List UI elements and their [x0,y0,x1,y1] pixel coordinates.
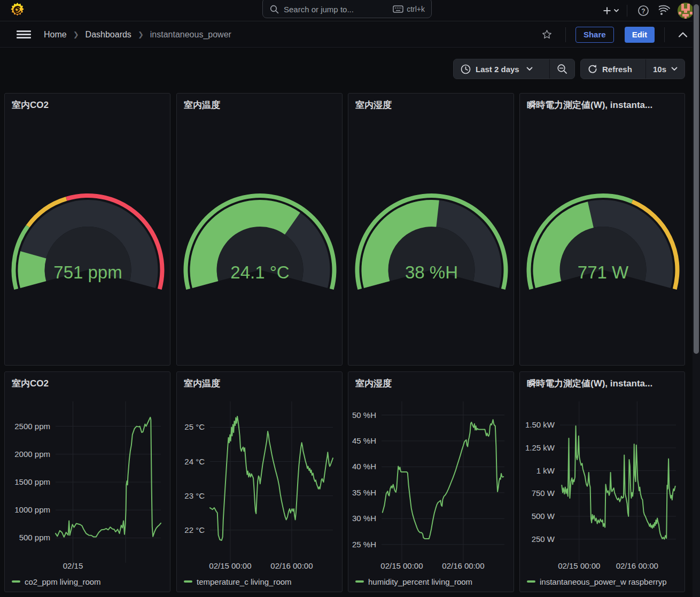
svg-text:1000 ppm: 1000 ppm [14,505,50,514]
gauge-power: 771 W [520,94,685,366]
refresh-interval-picker[interactable]: 10s [646,59,685,79]
legend-label: instantaneous_power_w raspberryp [540,577,667,586]
search-icon [270,5,279,14]
panel-title[interactable]: 室内温度 [184,377,337,390]
svg-text:2500 ppm: 2500 ppm [14,422,50,431]
chart-humidity[interactable]: 25 %H30 %H35 %H40 %H45 %H50 %H02/15 00:0… [348,372,514,592]
svg-text:02/16 00:00: 02/16 00:00 [270,561,313,570]
panel-chart-power: 瞬時電力測定値(W), instanta... 250 W500 W750 W1… [519,371,685,592]
chart-temperature[interactable]: 22 °C23 °C24 °C25 °C02/15 00:0002/16 00:… [177,372,343,592]
svg-text:771 W: 771 W [578,262,629,282]
legend-item[interactable]: humidity_percent living_room [355,577,514,586]
zoom-out-button[interactable] [550,59,574,79]
legend-label: co2_ppm living_room [25,577,101,586]
breadcrumb-home[interactable]: Home [44,30,67,40]
breadcrumb-bar: Home ❯ Dashboards ❯ instantaneous_power … [0,22,700,48]
legend-item[interactable]: co2_ppm living_room [12,577,170,586]
panel-title[interactable]: 室内湿度 [355,377,508,390]
panel-gauge-temperature: 室内温度 24.1 °C [176,93,343,366]
panel-title[interactable]: 瞬時電力測定値(W), instanta... [527,377,679,390]
breadcrumb-current: instantaneous_power [150,30,231,40]
clock-icon [461,64,471,74]
chevron-down-icon [671,67,678,71]
scrollbar-thumb[interactable] [694,4,699,354]
svg-text:25 %H: 25 %H [352,540,376,549]
share-button[interactable]: Share [575,27,614,43]
interval-label: 10s [653,65,666,74]
svg-text:500 W: 500 W [532,511,555,521]
avatar-image [678,3,694,19]
legend-swatch [355,580,364,583]
keyboard-icon [393,5,403,13]
panel-title[interactable]: 室内CO2 [12,377,165,390]
chevron-down-icon [526,67,533,71]
search-placeholder: Search or jump to... [284,5,393,14]
svg-text:45 %H: 45 %H [352,436,376,445]
collapse-button[interactable] [674,27,691,43]
hamburger-icon [17,30,31,32]
panel-chart-humidity: 室内湿度 25 %H30 %H35 %H40 %H45 %H50 %H02/15… [348,371,514,592]
zoom-out-icon [557,64,567,74]
panel-title[interactable]: 室内湿度 [355,99,508,111]
chevron-up-icon [678,32,688,38]
panel-title[interactable]: 室内CO2 [12,99,165,111]
panel-chart-co2: 室内CO2 500 ppm1000 ppm1500 ppm2000 ppm250… [4,371,170,592]
chart-power[interactable]: 250 W500 W750 W1 kW1.25 kW1.50 kW02/15 0… [520,372,685,592]
time-range-label: Last 2 days [476,65,519,74]
svg-text:750 W: 750 W [532,489,555,498]
svg-text:1.25 kW: 1.25 kW [525,443,555,452]
grafana-logo[interactable] [10,2,25,18]
divider [627,5,627,17]
chevron-right-icon: ❯ [73,30,79,38]
divider [664,27,665,42]
legend-item[interactable]: temperature_c living_room [184,577,342,586]
panel-title[interactable]: 瞬時電力測定値(W), instanta... [527,99,679,111]
svg-text:1.50 kW: 1.50 kW [525,420,555,429]
star-button[interactable] [539,27,556,43]
legend-swatch [12,580,20,583]
divider [565,27,566,42]
svg-text:1 kW: 1 kW [536,466,555,475]
svg-text:23 °C: 23 °C [184,491,205,500]
legend-swatch [184,580,192,583]
gauge-temperature: 24.1 °C [177,94,343,366]
svg-text:25 °C: 25 °C [184,422,205,431]
chart-co2[interactable]: 500 ppm1000 ppm1500 ppm2000 ppm2500 ppm0… [5,372,170,592]
breadcrumb-dashboards[interactable]: Dashboards [85,30,131,40]
svg-text:500 ppm: 500 ppm [19,533,50,542]
menu-button[interactable] [17,30,31,38]
legend-item[interactable]: instantaneous_power_w raspberryp [527,577,685,586]
panel-gauge-power: 瞬時電力測定値(W), instanta... 771 W [519,93,685,366]
svg-text:02/15: 02/15 [63,561,83,570]
gauge-co2: 751 ppm [5,94,170,366]
svg-text:?: ? [641,7,645,15]
plus-icon [603,6,619,15]
edit-button[interactable]: Edit [625,27,655,43]
news-button[interactable] [656,3,673,19]
panel-title[interactable]: 室内温度 [184,99,337,111]
legend-swatch [527,580,535,583]
refresh-icon [588,64,597,74]
panel-gauge-humidity: 室内湿度 38 %H [348,93,514,366]
svg-text:250 W: 250 W [532,534,555,544]
svg-text:1500 ppm: 1500 ppm [14,477,50,486]
refresh-button[interactable]: Refresh [581,59,645,79]
help-button[interactable]: ? [635,3,652,19]
star-icon [541,29,553,40]
avatar[interactable] [678,3,694,19]
chevron-right-icon: ❯ [138,30,144,38]
svg-text:22 °C: 22 °C [184,525,205,534]
search-input[interactable]: Search or jump to... ctrl+k [262,0,432,18]
scrollbar-track[interactable] [693,0,700,597]
shortcut-label: ctrl+k [407,5,425,13]
breadcrumb: Home ❯ Dashboards ❯ instantaneous_power [44,30,231,40]
svg-text:24 °C: 24 °C [184,457,205,466]
top-nav: Search or jump to... ctrl+k ? [0,0,700,21]
refresh-group: Refresh 10s [580,59,685,79]
add-new-button[interactable] [602,3,619,19]
svg-text:02/16 00:00: 02/16 00:00 [442,561,484,570]
refresh-label: Refresh [602,65,632,74]
time-range-picker[interactable]: Last 2 days [454,59,549,79]
legend-label: temperature_c living_room [197,577,292,586]
help-icon: ? [637,5,649,17]
